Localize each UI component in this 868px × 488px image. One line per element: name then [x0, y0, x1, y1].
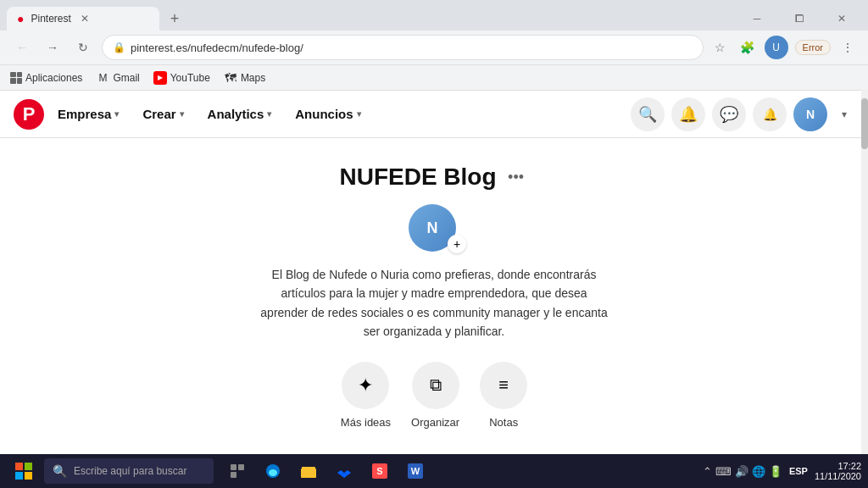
profile-icon[interactable]: U	[765, 36, 788, 59]
language-indicator: ESP	[789, 466, 808, 476]
new-tab-button[interactable]: +	[163, 7, 186, 30]
nav-anuncios[interactable]: Anuncios ▾	[285, 100, 370, 128]
tab-close-btn[interactable]: ✕	[78, 12, 92, 25]
empresa-dropdown-icon: ▾	[114, 109, 119, 119]
organizar-button[interactable]: ⧉ Organizar	[411, 362, 459, 429]
s-icon: S	[372, 463, 387, 479]
svg-rect-4	[231, 464, 236, 470]
notas-label: Notas	[489, 416, 518, 429]
menu-icon[interactable]: ⋮	[837, 37, 858, 58]
organizar-label: Organizar	[411, 416, 459, 429]
profile-name: NUFEDE Blog	[339, 164, 496, 191]
window-controls: ─ ⧠ ✕	[737, 7, 861, 30]
svg-rect-5	[238, 464, 244, 470]
scrollbar-track[interactable]	[861, 90, 868, 454]
url-bar[interactable]: 🔒 pinterest.es/nufedecm/nufede-blog/	[102, 35, 704, 60]
battery-icon[interactable]: 🔋	[769, 465, 782, 478]
analytics-dropdown-icon: ▾	[267, 109, 271, 119]
bookmark-maps-label: Maps	[241, 72, 265, 84]
taskbar-search-box[interactable]: 🔍 Escribe aquí para buscar	[44, 458, 214, 484]
bookmark-youtube-label: YouTube	[170, 72, 210, 84]
svg-rect-0	[15, 463, 23, 470]
pinterest-logo[interactable]: P	[14, 99, 44, 130]
star-icon[interactable]: ☆	[710, 37, 731, 58]
refresh-button[interactable]: ↻	[71, 36, 95, 59]
s-letter: S	[376, 466, 382, 476]
svg-rect-6	[231, 472, 236, 478]
taskbar: 🔍 Escribe aquí para buscar	[0, 454, 868, 488]
taskview-icon	[230, 463, 245, 479]
mas-ideas-button[interactable]: ✦ Más ideas	[341, 362, 391, 429]
svg-rect-2	[15, 472, 23, 480]
nav-analytics-label: Analytics	[208, 107, 264, 121]
network-icon[interactable]: 🌐	[752, 465, 765, 478]
windows-icon	[15, 463, 32, 480]
tab-title: Pinterest	[31, 13, 70, 25]
forward-button[interactable]: →	[41, 36, 64, 59]
taskbar-streamlit-btn[interactable]: S	[363, 454, 397, 488]
bookmark-youtube[interactable]: ▶ YouTube	[153, 71, 210, 85]
keyboard-icon[interactable]: ⌨	[715, 465, 732, 478]
scrollbar-thumb[interactable]	[861, 98, 868, 149]
bookmark-gmail-label: Gmail	[113, 72, 139, 84]
taskbar-right: ⌃ ⌨ 🔊 🌐 🔋 ESP 17:22 11/11/2020	[703, 461, 861, 481]
mas-ideas-label: Más ideas	[341, 416, 391, 429]
close-button[interactable]: ✕	[822, 7, 861, 30]
more-options-button[interactable]: •••	[504, 164, 529, 190]
notifications-button[interactable]: 🔔	[671, 97, 705, 131]
pinterest-header: P Empresa ▾ Crear ▾ Analytics ▾ Anuncios…	[0, 91, 868, 138]
active-tab[interactable]: ● Pinterest ✕	[7, 7, 159, 30]
alerts-button[interactable]: 🔔	[753, 97, 787, 131]
back-button[interactable]: ←	[10, 36, 34, 59]
nav-crear[interactable]: Crear ▾	[132, 100, 193, 128]
extension-icon[interactable]: 🧩	[737, 37, 758, 58]
taskbar-word-btn[interactable]: W	[398, 454, 432, 488]
add-avatar-button[interactable]: +	[448, 235, 466, 253]
tab-favicon: ●	[17, 12, 24, 25]
edge-icon	[265, 463, 281, 479]
word-icon: W	[408, 463, 423, 479]
taskbar-search-placeholder: Escribe aquí para buscar	[74, 465, 186, 477]
notas-icon: ≡	[480, 362, 527, 409]
maximize-button[interactable]: ⧠	[780, 7, 819, 30]
avatar-initial: N	[806, 108, 815, 121]
bookmark-apps[interactable]: Aplicaciones	[10, 72, 82, 84]
taskbar-edge-btn[interactable]	[256, 454, 290, 488]
nav-analytics[interactable]: Analytics ▾	[198, 100, 282, 128]
profile-dropdown-icon[interactable]: ▾	[834, 104, 854, 125]
taskbar-search-icon: 🔍	[53, 464, 67, 478]
messages-button[interactable]: 💬	[712, 97, 746, 131]
svg-rect-1	[25, 463, 32, 470]
volume-icon[interactable]: 🔊	[735, 465, 748, 478]
taskbar-explorer-btn[interactable]	[292, 454, 326, 488]
address-bar: ← → ↻ 🔒 pinterest.es/nufedecm/nufede-blo…	[0, 30, 868, 64]
time-display: 17:22	[815, 461, 861, 471]
explorer-icon	[301, 463, 316, 479]
nav-anuncios-label: Anuncios	[295, 107, 353, 121]
minimize-button[interactable]: ─	[737, 7, 776, 30]
maps-icon: 🗺	[224, 71, 237, 85]
taskbar-dropbox-btn[interactable]	[327, 454, 361, 488]
lock-icon: 🔒	[113, 42, 125, 53]
system-tray-icons: ⌃ ⌨ 🔊 🌐 🔋	[703, 465, 782, 478]
taskbar-clock: 17:22 11/11/2020	[815, 461, 861, 481]
crear-dropdown-icon: ▾	[180, 109, 184, 119]
bookmark-maps[interactable]: 🗺 Maps	[224, 71, 265, 85]
organizar-icon: ⧉	[412, 362, 459, 409]
error-button[interactable]: Error	[795, 40, 831, 55]
search-button[interactable]: 🔍	[631, 97, 665, 131]
browser-chrome: ● Pinterest ✕ + ─ ⧠ ✕ ← → ↻ 🔒 pinterest.…	[0, 0, 868, 91]
header-nav: Empresa ▾ Crear ▾ Analytics ▾ Anuncios ▾	[47, 100, 631, 128]
url-actions: ☆ 🧩 U Error ⋮	[710, 36, 858, 59]
tray-icon-1[interactable]: ⌃	[703, 465, 712, 478]
nav-empresa[interactable]: Empresa ▾	[47, 100, 129, 128]
start-button[interactable]	[7, 454, 41, 488]
profile-section: NUFEDE Blog ••• N + El Blog de Nufede o …	[0, 138, 868, 455]
svg-point-8	[269, 469, 277, 476]
taskbar-view-btn[interactable]	[220, 454, 254, 488]
action-buttons: ✦ Más ideas ⧉ Organizar ≡ Notas	[17, 362, 851, 429]
user-avatar[interactable]: N	[793, 97, 827, 131]
tab-bar: ● Pinterest ✕ + ─ ⧠ ✕	[0, 0, 868, 30]
notas-button[interactable]: ≡ Notas	[480, 362, 527, 429]
bookmark-gmail[interactable]: M Gmail	[96, 71, 139, 85]
